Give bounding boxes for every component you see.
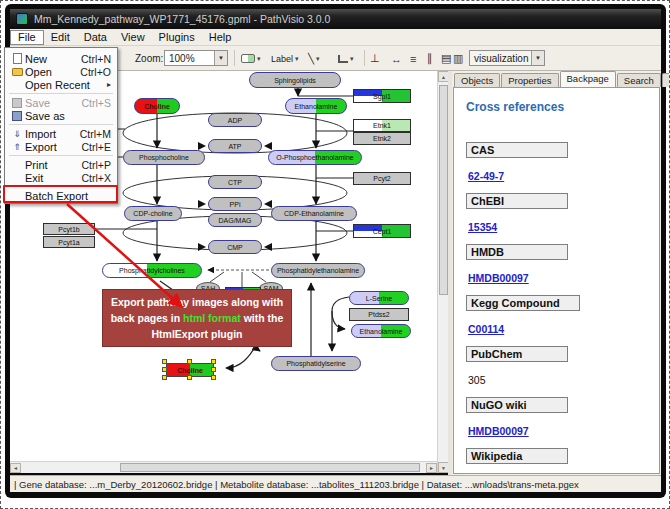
scroll-left-icon[interactable]: ◄ <box>10 463 21 473</box>
node-phosphatidylethanolamine[interactable]: Phosphatidylethanolamine <box>271 263 365 278</box>
menu-separator <box>9 93 113 94</box>
gene-product-tool-button[interactable]: ▾ <box>239 50 263 67</box>
ref-id-link[interactable]: HMDB00097 <box>468 272 529 284</box>
connector-icon <box>338 55 348 63</box>
node-phosphatidylcholines[interactable]: Phosphatidylcholines <box>102 263 202 278</box>
new-document-icon <box>13 53 22 64</box>
node-phosphatidylserine[interactable]: Phosphatidylserine <box>271 356 361 371</box>
scroll-right-icon[interactable]: ► <box>426 463 437 473</box>
horizontal-scroll-thumb[interactable] <box>120 463 420 472</box>
node-atp[interactable]: ATP <box>208 139 262 153</box>
ref-database-name: Kegg Compound <box>466 295 580 311</box>
menu-item-save-as[interactable]: Save as <box>5 109 117 122</box>
node-cdp-ethanolamine[interactable]: CDP-Ethanolamine <box>271 206 357 221</box>
screenshot-root: Mm_Kennedy_pathway_WP1771_45176.gpml - P… <box>0 0 670 509</box>
tab-legend[interactable]: Legend <box>662 73 670 87</box>
title-bar: Mm_Kennedy_pathway_WP1771_45176.gpml - P… <box>10 9 661 29</box>
node-pcyt1b[interactable]: Pcyt1b <box>43 223 95 235</box>
node-cmp[interactable]: CMP <box>208 240 262 254</box>
menu-data[interactable]: Data <box>77 30 114 45</box>
menu-item-save[interactable]: Save Ctrl+S <box>5 96 117 109</box>
chevron-down-icon[interactable]: ▼ <box>531 51 544 65</box>
selection-handle[interactable] <box>211 367 216 372</box>
line-tool-button[interactable]: ╲▾ <box>306 50 322 67</box>
selection-handle[interactable] <box>187 359 192 364</box>
selection-handle[interactable] <box>187 375 192 380</box>
menu-item-print[interactable]: Print Ctrl+P <box>5 158 117 171</box>
node-sgpl1[interactable]: Sgpl1 <box>353 89 411 103</box>
callout-text-highlight: html format <box>183 312 241 324</box>
ref-id-link[interactable]: 62-49-7 <box>468 170 504 182</box>
sidebar-panel: Objects Properties Backpage Search Legen… <box>452 71 661 476</box>
menu-item-import[interactable]: ⇓ Import Ctrl+M <box>5 127 117 140</box>
node-cept1[interactable]: Cept1 <box>353 224 411 238</box>
status-bar: | Gene database: ...m_Derby_20120602.bri… <box>10 475 661 492</box>
sidebar-tabs: Objects Properties Backpage Search Legen… <box>452 71 661 87</box>
connector-tool-button[interactable]: ▾ <box>336 50 356 67</box>
ref-id-link[interactable]: C00114 <box>468 323 504 335</box>
align-middle-icon[interactable]: ↔ <box>391 50 409 67</box>
menu-bar: File Edit Data View Plugins Help <box>10 29 661 46</box>
menu-item-open[interactable]: Open Ctrl+O <box>5 65 117 78</box>
node-pcyt1a[interactable]: Pcyt1a <box>43 236 95 248</box>
save-icon <box>12 98 22 108</box>
import-icon: ⇓ <box>9 129 25 139</box>
node-cdp-choline[interactable]: CDP-choline <box>124 206 182 221</box>
align-top-icon[interactable]: ⊥ <box>370 50 388 67</box>
ref-database-name: ChEBI <box>466 193 568 209</box>
node-phosphocholine[interactable]: Phosphocholine <box>123 150 205 165</box>
node-ctp[interactable]: CTP <box>208 175 262 189</box>
zoom-combobox[interactable]: 100% ▼ <box>164 50 228 66</box>
tab-properties[interactable]: Properties <box>501 73 558 87</box>
ref-database-name: CAS <box>466 142 568 158</box>
save-as-icon <box>12 111 22 121</box>
ref-database-name: NuGO wiki <box>466 397 568 413</box>
selection-handle[interactable] <box>162 359 167 364</box>
node-l-serine[interactable]: L-Serine <box>349 291 409 305</box>
node-ethanolamine-top[interactable]: Ethanolamine <box>285 98 347 114</box>
window-title: Mm_Kennedy_pathway_WP1771_45176.gpml - P… <box>34 13 330 25</box>
vertical-scroll-thumb[interactable] <box>439 85 448 295</box>
ref-id-link[interactable]: 15354 <box>468 221 497 233</box>
node-ppi[interactable]: PPi <box>208 197 262 211</box>
distribute-rows-icon[interactable]: ≡ <box>410 50 428 67</box>
gene-product-icon <box>241 54 255 63</box>
node-dag-mag[interactable]: DAG/MAG <box>208 213 262 227</box>
node-pcyt2[interactable]: Pcyt2 <box>353 172 411 185</box>
chevron-down-icon[interactable]: ▼ <box>214 51 227 65</box>
node-o-phosphoethanolamine[interactable]: O-Phosphoethanolamine <box>268 150 362 165</box>
selection-handle[interactable] <box>211 375 216 380</box>
zoom-value: 100% <box>165 53 214 64</box>
selection-handle[interactable] <box>162 375 167 380</box>
tab-objects[interactable]: Objects <box>454 73 500 87</box>
canvas-horizontal-scrollbar[interactable]: ◄ ► <box>10 461 437 473</box>
node-etnk1[interactable]: Etnk1 <box>353 119 411 132</box>
selection-handle[interactable] <box>162 367 167 372</box>
file-menu-popup: New Ctrl+N Open Ctrl+O Open Recent ▸ Sav… <box>4 47 118 204</box>
node-choline-top[interactable]: Choline <box>134 98 180 114</box>
node-adp[interactable]: ADP <box>208 113 262 127</box>
node-sphingolipids[interactable]: Sphingolipids <box>249 72 341 88</box>
menu-view[interactable]: View <box>114 30 152 45</box>
label-tool-button[interactable]: Label▾ <box>269 50 301 67</box>
menu-item-exit[interactable]: Exit Ctrl+X <box>5 171 117 184</box>
ref-id-link[interactable]: HMDB00097 <box>468 425 529 437</box>
node-ethanolamine-bottom[interactable]: Ethanolamine <box>351 324 411 338</box>
menu-item-export[interactable]: ⇑ Export Ctrl+E <box>5 140 117 153</box>
ref-id-value: 305 <box>468 374 486 386</box>
menu-edit[interactable]: Edit <box>44 30 77 45</box>
menu-help[interactable]: Help <box>202 30 239 45</box>
node-ptdss2[interactable]: Ptdss2 <box>349 308 409 321</box>
selection-handle[interactable] <box>211 359 216 364</box>
menu-item-new[interactable]: New Ctrl+N <box>5 52 117 65</box>
menu-file[interactable]: File <box>10 30 44 45</box>
tab-backpage[interactable]: Backpage <box>560 71 616 87</box>
canvas-vertical-scrollbar[interactable]: ▲ ▼ <box>437 71 448 473</box>
node-etnk2[interactable]: Etnk2 <box>353 132 411 145</box>
menu-item-open-recent[interactable]: Open Recent ▸ <box>5 78 117 91</box>
tab-search[interactable]: Search <box>617 73 661 87</box>
menu-plugins[interactable]: Plugins <box>152 30 202 45</box>
export-icon: ⇑ <box>9 142 25 152</box>
annotation-callout: Export pathway images along with back pa… <box>102 289 292 347</box>
visualization-combobox[interactable]: visualization ▼ <box>469 50 545 66</box>
